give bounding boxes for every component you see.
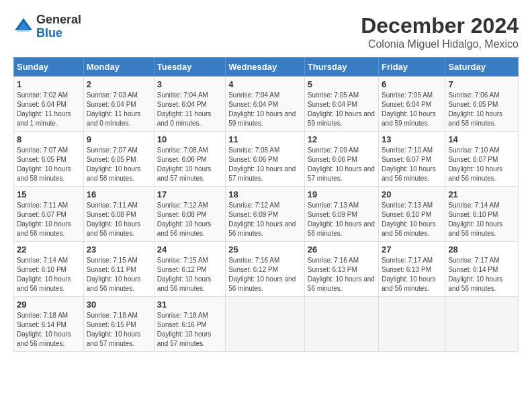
- day-cell: 1Sunrise: 7:02 AM Sunset: 6:04 PM Daylig…: [14, 77, 84, 132]
- day-info: Sunrise: 7:18 AM Sunset: 6:15 PM Dayligh…: [87, 311, 151, 349]
- header-cell-wednesday: Wednesday: [226, 58, 305, 77]
- day-info: Sunrise: 7:13 AM Sunset: 6:10 PM Dayligh…: [382, 201, 442, 238]
- day-cell: 6Sunrise: 7:05 AM Sunset: 6:04 PM Daylig…: [379, 77, 445, 132]
- day-number: 8: [17, 134, 81, 144]
- day-number: 23: [87, 244, 151, 255]
- day-cell: 5Sunrise: 7:05 AM Sunset: 6:04 PM Daylig…: [304, 77, 378, 132]
- day-info: Sunrise: 7:03 AM Sunset: 6:04 PM Dayligh…: [87, 91, 151, 128]
- day-cell: 12Sunrise: 7:09 AM Sunset: 6:06 PM Dayli…: [304, 132, 378, 187]
- day-info: Sunrise: 7:14 AM Sunset: 6:10 PM Dayligh…: [17, 256, 81, 293]
- day-info: Sunrise: 7:15 AM Sunset: 6:12 PM Dayligh…: [157, 256, 222, 293]
- day-cell: [445, 297, 519, 352]
- subtitle: Colonia Miguel Hidalgo, Mexico: [361, 38, 519, 50]
- title-block: December 2024 Colonia Miguel Hidalgo, Me…: [361, 13, 519, 50]
- day-cell: 29Sunrise: 7:18 AM Sunset: 6:14 PM Dayli…: [14, 297, 84, 352]
- day-number: 26: [308, 244, 375, 255]
- day-cell: 31Sunrise: 7:18 AM Sunset: 6:16 PM Dayli…: [154, 297, 225, 352]
- day-info: Sunrise: 7:06 AM Sunset: 6:05 PM Dayligh…: [448, 91, 515, 128]
- day-number: 4: [228, 79, 302, 89]
- day-info: Sunrise: 7:16 AM Sunset: 6:12 PM Dayligh…: [228, 256, 302, 293]
- day-info: Sunrise: 7:12 AM Sunset: 6:08 PM Dayligh…: [157, 201, 222, 238]
- day-number: 2: [87, 79, 151, 89]
- week-row-3: 15Sunrise: 7:11 AM Sunset: 6:07 PM Dayli…: [14, 187, 519, 242]
- calendar-table: SundayMondayTuesdayWednesdayThursdayFrid…: [13, 57, 519, 352]
- day-info: Sunrise: 7:18 AM Sunset: 6:14 PM Dayligh…: [17, 311, 81, 349]
- day-cell: 15Sunrise: 7:11 AM Sunset: 6:07 PM Dayli…: [14, 187, 84, 242]
- day-cell: [379, 297, 445, 352]
- day-info: Sunrise: 7:04 AM Sunset: 6:04 PM Dayligh…: [157, 91, 222, 128]
- day-cell: 21Sunrise: 7:14 AM Sunset: 6:10 PM Dayli…: [445, 187, 519, 242]
- day-cell: 3Sunrise: 7:04 AM Sunset: 6:04 PM Daylig…: [154, 77, 225, 132]
- day-number: 14: [448, 134, 515, 144]
- logo-blue: Blue: [36, 27, 81, 40]
- day-cell: 30Sunrise: 7:18 AM Sunset: 6:15 PM Dayli…: [83, 297, 154, 352]
- day-number: 29: [17, 300, 81, 310]
- header-cell-friday: Friday: [379, 58, 445, 77]
- day-number: 3: [157, 79, 222, 89]
- day-cell: 22Sunrise: 7:14 AM Sunset: 6:10 PM Dayli…: [14, 242, 84, 297]
- day-cell: 25Sunrise: 7:16 AM Sunset: 6:12 PM Dayli…: [226, 242, 305, 297]
- day-number: 27: [382, 244, 442, 255]
- day-info: Sunrise: 7:10 AM Sunset: 6:07 PM Dayligh…: [448, 146, 515, 183]
- day-cell: 20Sunrise: 7:13 AM Sunset: 6:10 PM Dayli…: [379, 187, 445, 242]
- day-info: Sunrise: 7:02 AM Sunset: 6:04 PM Dayligh…: [17, 91, 81, 128]
- day-cell: 9Sunrise: 7:07 AM Sunset: 6:05 PM Daylig…: [83, 132, 154, 187]
- day-number: 31: [157, 300, 222, 310]
- week-row-2: 8Sunrise: 7:07 AM Sunset: 6:05 PM Daylig…: [14, 132, 519, 187]
- day-info: Sunrise: 7:09 AM Sunset: 6:06 PM Dayligh…: [308, 146, 375, 183]
- day-number: 21: [448, 189, 515, 199]
- day-cell: 27Sunrise: 7:17 AM Sunset: 6:13 PM Dayli…: [379, 242, 445, 297]
- day-cell: 16Sunrise: 7:11 AM Sunset: 6:08 PM Dayli…: [83, 187, 154, 242]
- day-info: Sunrise: 7:11 AM Sunset: 6:08 PM Dayligh…: [87, 201, 151, 238]
- day-cell: 7Sunrise: 7:06 AM Sunset: 6:05 PM Daylig…: [445, 77, 519, 132]
- day-number: 18: [228, 189, 302, 199]
- day-cell: 11Sunrise: 7:08 AM Sunset: 6:06 PM Dayli…: [226, 132, 305, 187]
- day-cell: 2Sunrise: 7:03 AM Sunset: 6:04 PM Daylig…: [83, 77, 154, 132]
- day-cell: 18Sunrise: 7:12 AM Sunset: 6:09 PM Dayli…: [226, 187, 305, 242]
- day-number: 10: [157, 134, 222, 144]
- day-number: 1: [17, 79, 81, 89]
- day-number: 6: [382, 79, 442, 89]
- day-info: Sunrise: 7:07 AM Sunset: 6:05 PM Dayligh…: [87, 146, 151, 183]
- day-number: 20: [382, 189, 442, 199]
- day-number: 17: [157, 189, 222, 199]
- header-cell-tuesday: Tuesday: [154, 58, 225, 77]
- page-header: General Blue December 2024 Colonia Migue…: [13, 13, 519, 50]
- day-cell: 23Sunrise: 7:15 AM Sunset: 6:11 PM Dayli…: [83, 242, 154, 297]
- day-info: Sunrise: 7:08 AM Sunset: 6:06 PM Dayligh…: [228, 146, 302, 183]
- header-cell-sunday: Sunday: [14, 58, 84, 77]
- day-info: Sunrise: 7:10 AM Sunset: 6:07 PM Dayligh…: [382, 146, 442, 183]
- logo-general: General: [36, 13, 81, 27]
- day-cell: 8Sunrise: 7:07 AM Sunset: 6:05 PM Daylig…: [14, 132, 84, 187]
- day-number: 30: [87, 300, 151, 310]
- logo-icon: [13, 17, 34, 37]
- day-info: Sunrise: 7:04 AM Sunset: 6:04 PM Dayligh…: [228, 91, 302, 128]
- day-number: 13: [382, 134, 442, 144]
- logo: General Blue: [13, 13, 81, 40]
- day-cell: 14Sunrise: 7:10 AM Sunset: 6:07 PM Dayli…: [445, 132, 519, 187]
- week-row-5: 29Sunrise: 7:18 AM Sunset: 6:14 PM Dayli…: [14, 297, 519, 352]
- day-number: 28: [448, 244, 515, 255]
- day-info: Sunrise: 7:17 AM Sunset: 6:14 PM Dayligh…: [448, 256, 515, 293]
- day-info: Sunrise: 7:05 AM Sunset: 6:04 PM Dayligh…: [382, 91, 442, 128]
- day-cell: 19Sunrise: 7:13 AM Sunset: 6:09 PM Dayli…: [304, 187, 378, 242]
- day-cell: 13Sunrise: 7:10 AM Sunset: 6:07 PM Dayli…: [379, 132, 445, 187]
- day-number: 5: [308, 79, 375, 89]
- day-number: 7: [448, 79, 515, 89]
- week-row-1: 1Sunrise: 7:02 AM Sunset: 6:04 PM Daylig…: [14, 77, 519, 132]
- calendar-body: 1Sunrise: 7:02 AM Sunset: 6:04 PM Daylig…: [14, 77, 519, 352]
- week-row-4: 22Sunrise: 7:14 AM Sunset: 6:10 PM Dayli…: [14, 242, 519, 297]
- day-number: 22: [17, 244, 81, 255]
- main-title: December 2024: [361, 13, 519, 38]
- day-number: 9: [87, 134, 151, 144]
- day-number: 25: [228, 244, 302, 255]
- day-cell: [304, 297, 378, 352]
- day-cell: 26Sunrise: 7:16 AM Sunset: 6:13 PM Dayli…: [304, 242, 378, 297]
- day-cell: [226, 297, 305, 352]
- day-info: Sunrise: 7:17 AM Sunset: 6:13 PM Dayligh…: [382, 256, 442, 293]
- day-number: 12: [308, 134, 375, 144]
- day-info: Sunrise: 7:07 AM Sunset: 6:05 PM Dayligh…: [17, 146, 81, 183]
- day-info: Sunrise: 7:08 AM Sunset: 6:06 PM Dayligh…: [157, 146, 222, 183]
- day-number: 24: [157, 244, 222, 255]
- day-number: 11: [228, 134, 302, 144]
